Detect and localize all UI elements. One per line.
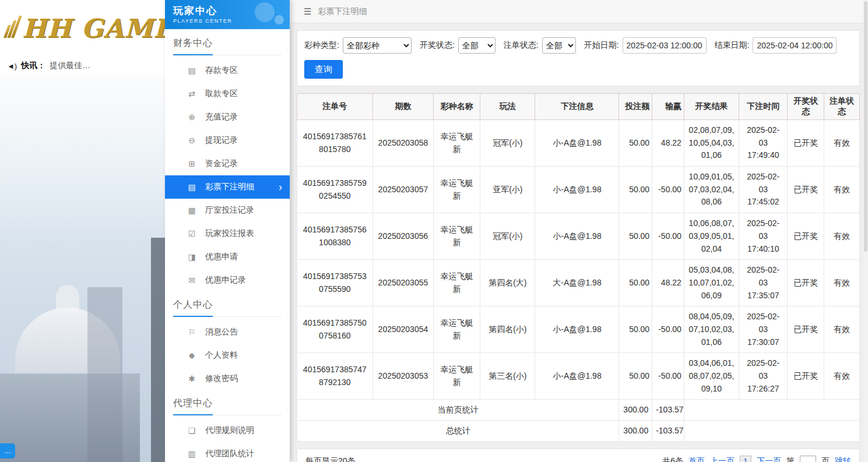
end-date-input[interactable]: [753, 37, 837, 54]
sidebar-item-lottery-bet-details[interactable]: ▤彩票下注明细›: [165, 175, 290, 199]
first-page-link[interactable]: 首页: [688, 456, 705, 462]
vertical-scrollbar[interactable]: [863, 0, 868, 462]
recharge-record-icon: ⊕: [187, 112, 196, 122]
sidebar-item-label: 提现记录: [205, 135, 238, 146]
column-header: 开奖状态: [788, 94, 824, 120]
promo-apply-record-icon: ✉: [187, 276, 196, 285]
jump-button[interactable]: 跳转: [835, 456, 851, 462]
table-cell: 50.00: [619, 353, 652, 400]
chat-widget-icon[interactable]: …: [0, 443, 15, 459]
news-ticker: ◄) 快讯： 提供最佳…: [0, 56, 165, 76]
table-cell: 已开奖: [788, 213, 824, 260]
table-cell: 冠军(小): [480, 120, 535, 167]
ticker-label: 快讯：: [21, 61, 45, 71]
table-cell: 20250203058: [372, 120, 433, 167]
summary-cell: 当前页统计: [297, 400, 619, 421]
summary-cell: [684, 421, 859, 442]
sidebar-item-recharge-records[interactable]: ⊕充值记录: [165, 105, 290, 129]
current-page-button[interactable]: 1: [740, 456, 751, 462]
per-page-text: 每页显示20条: [305, 456, 356, 462]
funds-record-icon: ⊞: [187, 159, 196, 168]
table-cell: 有效: [824, 306, 860, 353]
sidebar-item-deposit-zone[interactable]: ▤存款专区: [165, 59, 290, 82]
table-cell: 50.00: [619, 120, 652, 167]
summary-cell: 总统计: [297, 421, 619, 442]
sidebar-section-title: 财务中心: [173, 37, 282, 55]
pagination-bar: 每页显示20条 共6条 首页 上一页 1 下一页 第 页 跳转: [297, 449, 860, 462]
sidebar-item-label: 彩票下注明细: [205, 182, 254, 192]
column-header: 投注额: [619, 94, 652, 120]
lottery-type-select[interactable]: 全部彩种: [343, 37, 412, 54]
table-cell: 401569173857590254550: [297, 167, 373, 213]
draw-status-select[interactable]: 全部: [458, 37, 496, 54]
prev-page-link[interactable]: 上一页: [710, 456, 735, 462]
menu-toggle-icon[interactable]: ☰: [304, 6, 311, 17]
table-cell: 2025-02-03 17:30:07: [739, 306, 788, 353]
summary-cell: 300.00: [619, 421, 652, 442]
brand-logo[interactable]: HH GAME: [0, 0, 165, 56]
sidebar-item-label: 优惠申请: [205, 252, 238, 262]
start-date-input[interactable]: [623, 37, 707, 54]
table-cell: 20250203053: [372, 353, 433, 400]
table-cell: 20250203057: [372, 167, 433, 213]
query-button[interactable]: 查询: [304, 60, 343, 79]
deposit-icon: ▤: [187, 66, 196, 75]
table-row: 40156917385759025455020250203057幸运飞艇新亚军(…: [297, 167, 860, 213]
table-cell: 大-A盘@1.98: [535, 260, 619, 306]
sidebar-item-announcements[interactable]: ⚐消息公告: [165, 320, 290, 344]
lottery-bet-detail-icon: ▤: [187, 182, 196, 192]
sidebar-item-funds-records[interactable]: ⊞资金记录: [165, 152, 290, 175]
scrollbar-thumb[interactable]: [864, 1, 867, 252]
table-cell: 03,04,06,01,08,07,02,05,09,10: [684, 353, 739, 400]
table-cell: 08,04,05,09,07,10,02,03,01,06: [684, 306, 739, 353]
sidebar-item-agent-rules[interactable]: ❏代理规则说明: [165, 419, 290, 442]
table-cell: 02,08,07,09,10,05,04,03,01,06: [684, 120, 739, 167]
sidebar-item-promo-application[interactable]: ◨优惠申请: [165, 245, 290, 269]
column-header: 注单状态: [824, 94, 860, 120]
table-cell: 已开奖: [788, 120, 824, 167]
table-cell: 50.00: [619, 306, 652, 353]
summary-cell: 300.00: [619, 400, 652, 421]
sidebar-item-label: 取款专区: [205, 89, 238, 99]
withdraw-icon: ⇄: [187, 89, 196, 98]
speaker-icon: ◄): [7, 62, 17, 70]
table-cell: 50.00: [619, 260, 652, 306]
sidebar-item-change-password[interactable]: ✱修改密码: [165, 367, 290, 390]
sidebar-item-agent-team-stats[interactable]: ▥代理团队统计: [165, 442, 290, 462]
order-status-select[interactable]: 全部: [542, 37, 576, 54]
column-header: 注单号: [297, 94, 373, 120]
column-header: 下注时间: [739, 94, 788, 120]
content-area: 彩种类型: 全部彩种 开奖状态: 全部 注单状态:: [290, 23, 868, 462]
column-header: 开奖结果: [684, 94, 739, 120]
table-row: 40156917385750075816020250203054幸运飞艇新第四名…: [297, 306, 860, 353]
promo-apply-icon: ◨: [187, 252, 196, 262]
sidebar-item-label: 代理规则说明: [205, 425, 254, 436]
logo-text: HH GAME: [22, 13, 165, 43]
draw-status-label: 开奖状态:: [420, 40, 455, 51]
column-header: 下注信息: [535, 94, 619, 120]
app: HH GAME ◄) 快讯： 提供最佳… … 玩家中心 PLAYERS CENT…: [0, 0, 868, 462]
bets-table: 注单号期数彩种名称玩法下注信息投注额输赢开奖结果下注时间开奖状态注单状态 401…: [297, 93, 860, 442]
table-cell: 401569173857478792130: [297, 353, 373, 400]
sidebar-item-withdrawal-records[interactable]: ⊖提现记录: [165, 129, 290, 152]
sidebar-item-hall-bet-records[interactable]: ▦厅室投注记录: [165, 199, 290, 222]
start-date-label: 开始日期:: [584, 40, 619, 51]
table-row: 40156917385747879213020250203053幸运飞艇新第三名…: [297, 353, 860, 400]
table-cell: 401569173857500758160: [297, 306, 373, 353]
jump-page-input[interactable]: [800, 456, 816, 462]
bubble-decoration: [275, 15, 284, 24]
table-cell: 05,03,04,08,10,07,01,02,06,09: [684, 260, 739, 306]
table-cell: 已开奖: [788, 353, 824, 400]
sidebar-item-player-bet-report[interactable]: ☑玩家投注报表: [165, 222, 290, 245]
sidebar-item-withdraw-zone[interactable]: ⇄取款专区: [165, 82, 290, 105]
site-background-pane: HH GAME ◄) 快讯： 提供最佳… …: [0, 0, 165, 462]
bell-icon: ⚐: [187, 327, 196, 337]
table-row: 40156917385761801578020250203058幸运飞艇新冠军(…: [297, 120, 860, 167]
sidebar-header: 玩家中心 PLAYERS CENTER: [165, 0, 290, 29]
hall-bet-record-icon: ▦: [187, 206, 196, 215]
sidebar-item-promo-application-records[interactable]: ✉优惠申记录: [165, 269, 290, 292]
next-page-link[interactable]: 下一页: [757, 456, 781, 462]
table-cell: 冠军(小): [480, 213, 535, 260]
sidebar-item-profile[interactable]: ☻个人资料: [165, 344, 290, 367]
summary-cell: -103.57: [652, 400, 684, 421]
